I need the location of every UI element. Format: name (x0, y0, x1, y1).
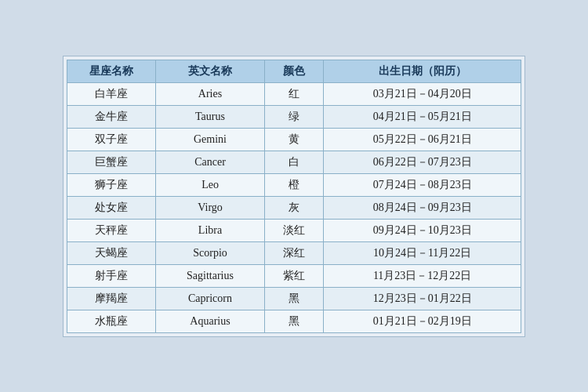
cell-zh: 摩羯座 (67, 287, 156, 310)
cell-zh: 水瓶座 (67, 310, 156, 332)
table-row: 水瓶座Aquarius黑01月21日－02月19日 (67, 310, 521, 332)
cell-zh: 双子座 (67, 128, 156, 151)
header-zh: 星座名称 (67, 60, 156, 82)
zodiac-table-wrapper: 星座名称 英文名称 颜色 出生日期（阳历） 白羊座Aries红03月21日－04… (63, 56, 525, 337)
table-row: 射手座Sagittarius紫红11月23日－12月22日 (67, 264, 521, 287)
cell-zh: 射手座 (67, 264, 156, 287)
cell-en: Aquarius (156, 310, 264, 332)
cell-color: 白 (264, 151, 324, 173)
header-date: 出生日期（阳历） (324, 60, 521, 82)
cell-en: Leo (156, 173, 264, 196)
table-header-row: 星座名称 英文名称 颜色 出生日期（阳历） (67, 60, 521, 82)
cell-date: 03月21日－04月20日 (324, 82, 521, 105)
header-en: 英文名称 (156, 60, 264, 82)
cell-zh: 天蝎座 (67, 241, 156, 264)
cell-color: 灰 (264, 196, 324, 219)
cell-en: Cancer (156, 151, 264, 173)
table-row: 处女座Virgo灰08月24日－09月23日 (67, 196, 521, 219)
cell-zh: 金牛座 (67, 105, 156, 128)
cell-date: 10月24日－11月22日 (324, 241, 521, 264)
cell-color: 红 (264, 82, 324, 105)
cell-color: 黑 (264, 287, 324, 310)
table-row: 金牛座Taurus绿04月21日－05月21日 (67, 105, 521, 128)
table-row: 天蝎座Scorpio深红10月24日－11月22日 (67, 241, 521, 264)
cell-color: 紫红 (264, 264, 324, 287)
cell-color: 黑 (264, 310, 324, 332)
cell-date: 08月24日－09月23日 (324, 196, 521, 219)
header-color: 颜色 (264, 60, 324, 82)
cell-zh: 处女座 (67, 196, 156, 219)
table-row: 天秤座Libra淡红09月24日－10月23日 (67, 219, 521, 241)
table-row: 白羊座Aries红03月21日－04月20日 (67, 82, 521, 105)
cell-en: Sagittarius (156, 264, 264, 287)
cell-en: Taurus (156, 105, 264, 128)
cell-en: Scorpio (156, 241, 264, 264)
cell-en: Virgo (156, 196, 264, 219)
cell-date: 04月21日－05月21日 (324, 105, 521, 128)
cell-en: Capricorn (156, 287, 264, 310)
cell-en: Libra (156, 219, 264, 241)
cell-date: 06月22日－07月23日 (324, 151, 521, 173)
cell-date: 12月23日－01月22日 (324, 287, 521, 310)
table-row: 狮子座Leo橙07月24日－08月23日 (67, 173, 521, 196)
cell-en: Gemini (156, 128, 264, 151)
cell-date: 01月21日－02月19日 (324, 310, 521, 332)
table-row: 巨蟹座Cancer白06月22日－07月23日 (67, 151, 521, 173)
cell-date: 09月24日－10月23日 (324, 219, 521, 241)
cell-zh: 天秤座 (67, 219, 156, 241)
cell-color: 绿 (264, 105, 324, 128)
cell-zh: 巨蟹座 (67, 151, 156, 173)
table-row: 摩羯座Capricorn黑12月23日－01月22日 (67, 287, 521, 310)
cell-en: Aries (156, 82, 264, 105)
cell-color: 橙 (264, 173, 324, 196)
cell-date: 05月22日－06月21日 (324, 128, 521, 151)
zodiac-table: 星座名称 英文名称 颜色 出生日期（阳历） 白羊座Aries红03月21日－04… (67, 60, 521, 333)
cell-zh: 狮子座 (67, 173, 156, 196)
cell-color: 淡红 (264, 219, 324, 241)
cell-zh: 白羊座 (67, 82, 156, 105)
cell-color: 黄 (264, 128, 324, 151)
cell-date: 11月23日－12月22日 (324, 264, 521, 287)
table-row: 双子座Gemini黄05月22日－06月21日 (67, 128, 521, 151)
cell-date: 07月24日－08月23日 (324, 173, 521, 196)
cell-color: 深红 (264, 241, 324, 264)
